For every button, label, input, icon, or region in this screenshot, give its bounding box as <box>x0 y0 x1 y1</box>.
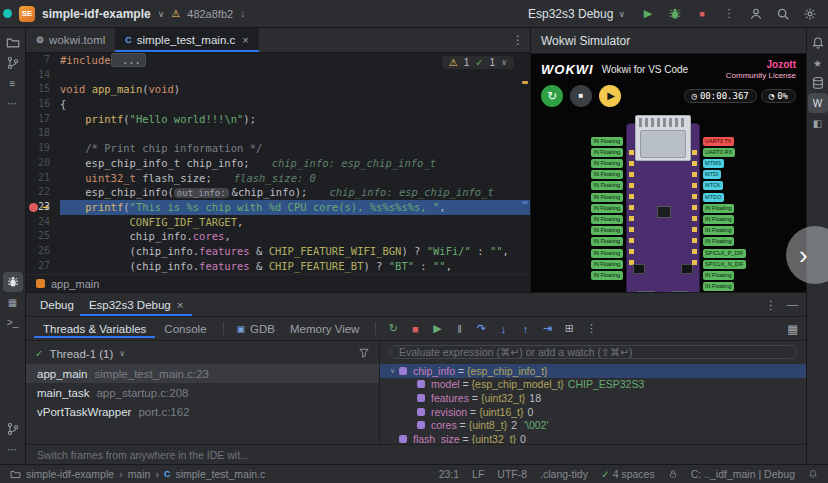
commit-icon[interactable] <box>3 53 23 73</box>
gutter-line-number[interactable]: 18 <box>26 126 60 141</box>
project-name[interactable]: simple-idf-example <box>42 7 151 21</box>
evaluate-expression-input[interactable]: Evaluate expression (⌘↵) or add a watch … <box>389 345 797 359</box>
boot-button[interactable] <box>681 264 693 274</box>
esp32s3-board[interactable] <box>626 123 700 292</box>
gutter-line-number[interactable]: 23→ <box>26 200 60 215</box>
services-icon[interactable]: ▦ <box>3 292 23 312</box>
more-actions-icon[interactable]: ⋮ <box>719 4 739 24</box>
pin-label[interactable]: IN Floating <box>591 193 623 202</box>
run-button[interactable]: ▶ <box>638 4 658 24</box>
pin-label[interactable]: IN Floating <box>703 271 735 280</box>
code-line[interactable]: 16{ <box>26 97 530 112</box>
cmake-profile[interactable]: C: .._idf_main | Debug <box>691 468 795 480</box>
code-line[interactable]: 20 esp_chip_info_t chip_info;chip_info: … <box>26 156 530 171</box>
editor-tab[interactable]: ⚙wokwi.toml <box>26 28 115 52</box>
breadcrumb[interactable]: simple-idf-example <box>26 468 114 480</box>
breakpoint-icon[interactable] <box>29 203 38 212</box>
pin-label[interactable]: IN Floating <box>591 215 623 224</box>
tab-threads-variables[interactable]: Threads & Variables <box>34 320 155 338</box>
pause-icon[interactable]: ‖ <box>449 320 469 338</box>
terminal-icon[interactable]: >_ <box>3 312 23 332</box>
search-icon[interactable] <box>773 4 793 24</box>
debug-panel-title[interactable]: Debug <box>34 299 80 311</box>
step-into-icon[interactable]: ↓ <box>493 320 513 338</box>
gutter-line-number[interactable]: 22 <box>26 185 60 200</box>
wokwi-icon[interactable]: W <box>808 93 828 113</box>
layout-settings-icon[interactable]: ▦ <box>787 322 798 336</box>
gutter-line-number[interactable]: 19 <box>26 141 60 156</box>
pin-label[interactable]: IN Floating <box>591 170 623 179</box>
pin-label[interactable]: IN Floating <box>703 215 735 224</box>
ai-assistant-icon[interactable]: ★ <box>808 53 828 73</box>
project-folder-icon[interactable] <box>3 33 23 53</box>
more-tools-icon[interactable]: ⋯ <box>3 93 23 113</box>
tab-gdb[interactable]: ▣GDB <box>231 323 281 335</box>
pin-label[interactable]: MTDI <box>703 170 721 179</box>
pin-label[interactable]: SPICLK_P_DIF <box>703 249 746 258</box>
step-over-icon[interactable]: ↷ <box>471 320 491 338</box>
pin-label[interactable]: MTDO <box>703 193 724 202</box>
editor-tab[interactable]: Csimple_test_main.c× <box>115 28 258 52</box>
code-line[interactable]: 14 <box>26 68 530 83</box>
pin-label[interactable]: IN Floating <box>591 249 623 258</box>
stack-frame-row[interactable]: vPortTaskWrapperport.c:162 <box>26 402 379 421</box>
evaluate-icon[interactable]: ⊞ <box>559 320 579 338</box>
tab-memory-view[interactable]: Memory View <box>281 320 368 338</box>
editor-scroll-stripe[interactable] <box>520 53 530 274</box>
board-canvas[interactable]: IN FloatingIN FloatingIN FloatingIN Floa… <box>531 111 806 292</box>
thread-selector[interactable]: ✓ Thread-1 (1) ∨ <box>26 343 379 364</box>
close-icon[interactable]: × <box>242 34 248 46</box>
variable-row[interactable]: revision = {uint16_t}0 <box>380 405 806 419</box>
gutter-line-number[interactable]: 28 <box>26 273 60 274</box>
pin-label[interactable]: IN Floating <box>591 226 623 235</box>
project-icon[interactable]: SE <box>19 6 35 22</box>
vcs-commit-hash[interactable]: 482a8fb2 <box>187 8 233 20</box>
code-line[interactable]: 28 (chip_info.features & CHIP_FEATURE_BL… <box>26 273 530 274</box>
pin-label[interactable]: IN Floating <box>591 181 623 190</box>
structure-icon[interactable]: ≡ <box>3 73 23 93</box>
gutter-line-number[interactable]: 27 <box>26 259 60 274</box>
pin-label[interactable]: MTCK <box>703 181 724 190</box>
clang-tidy-status[interactable]: .clang-tidy <box>540 468 588 480</box>
filter-frames-icon[interactable] <box>358 347 370 361</box>
pin-label[interactable]: UART0 TX <box>703 137 734 146</box>
stack-frame-row[interactable]: main_taskapp_startup.c:208 <box>26 383 379 402</box>
gutter-line-number[interactable]: 20 <box>26 156 60 171</box>
play-simulation-button[interactable]: ▶ <box>599 85 621 107</box>
code-line[interactable]: 22 esp_chip_info(out_info:&chip_info);ch… <box>26 185 530 200</box>
readonly-lock-icon[interactable] <box>668 469 678 479</box>
pin-label[interactable]: IN Floating <box>591 204 623 213</box>
encoding[interactable]: UTF-8 <box>497 468 527 480</box>
more-options-icon[interactable]: ⋮ <box>581 320 601 338</box>
breadcrumb[interactable]: app_main <box>51 278 99 290</box>
more-bottom-icon[interactable]: ⋯ <box>3 439 23 459</box>
pin-label[interactable]: SPICLK_N_DIF <box>703 260 747 269</box>
code-line[interactable]: 19 /* Print chip information */ <box>26 141 530 156</box>
variable-row[interactable]: features = {uint32_t}18 <box>380 391 806 405</box>
run-configuration-selector[interactable]: Esp32s3 Debug ∨ <box>522 5 631 23</box>
code-line[interactable]: 23→ printf("This is %s chip with %d CPU … <box>26 200 530 215</box>
pin-label[interactable]: IN Floating <box>703 204 735 213</box>
debug-session-tab[interactable]: Esp32s3 Debug × <box>80 293 193 316</box>
variable-row[interactable]: cores = {uint8_t}2 '\002' <box>380 418 806 432</box>
code-line[interactable]: 18 <box>26 126 530 141</box>
code-line[interactable]: 21 uint32_t flash_size;flash_size: 0 <box>26 171 530 186</box>
settings-gear-icon[interactable] <box>800 4 820 24</box>
rerun-icon[interactable]: ↻ <box>383 320 403 338</box>
close-icon[interactable]: × <box>177 299 184 311</box>
pin-label[interactable]: IN Floating <box>591 159 623 168</box>
panel-hide-icon[interactable]: — <box>787 298 799 312</box>
database-icon[interactable] <box>808 73 828 93</box>
line-ending[interactable]: LF <box>472 468 484 480</box>
notifications-icon[interactable] <box>808 469 818 479</box>
reset-button[interactable] <box>633 264 645 274</box>
gutter-line-number[interactable]: 26 <box>26 244 60 259</box>
resume-icon[interactable]: ▶ <box>427 320 447 338</box>
device-manager-icon[interactable]: ◧ <box>808 113 828 133</box>
code-line[interactable]: 15void app_main(void) <box>26 82 530 97</box>
tab-options-icon[interactable]: ⋮ <box>512 33 524 47</box>
pin-label[interactable]: IN Floating <box>591 148 623 157</box>
debug-button[interactable] <box>665 4 685 24</box>
gutter-line-number[interactable]: 7 <box>26 53 60 68</box>
tab-console[interactable]: Console <box>155 320 215 338</box>
